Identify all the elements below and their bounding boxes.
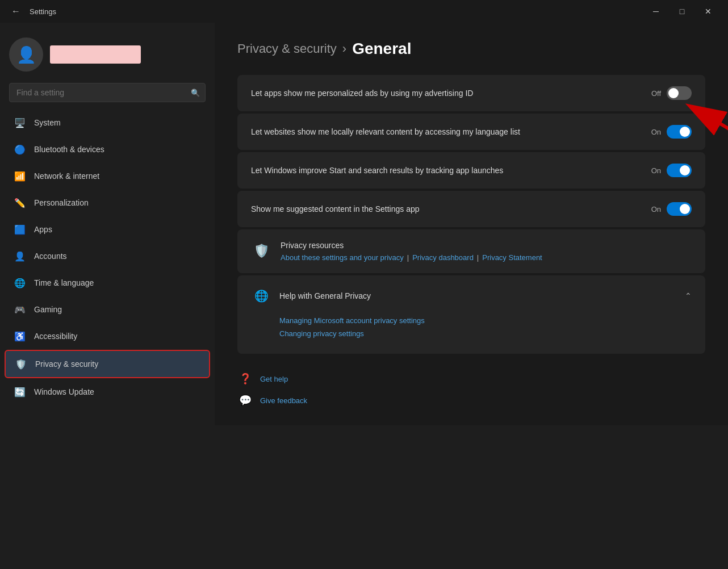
sidebar-item-gaming[interactable]: 🎮 Gaming (5, 296, 210, 323)
setting-label-language: Let websites show me locally relevant co… (251, 127, 592, 136)
toggle-label-suggested: On (651, 205, 661, 214)
network-icon: 📶 (14, 170, 26, 182)
sidebar-item-privacy[interactable]: 🛡️ Privacy & security (5, 350, 210, 378)
avatar: 👤 (9, 37, 43, 72)
close-button[interactable]: ✕ (695, 2, 721, 20)
privacy-link-dashboard[interactable]: Privacy dashboard (412, 253, 474, 262)
setting-label-suggested: Show me suggested content in the Setting… (251, 204, 592, 214)
toggle-suggested[interactable] (667, 202, 692, 216)
toggle-thumb-tracking (680, 165, 690, 175)
time-icon: 🌐 (14, 277, 26, 289)
privacy-link-statement[interactable]: Privacy Statement (482, 253, 542, 262)
apps-icon: 🟦 (14, 223, 26, 236)
titlebar: ← Settings ─ □ ✕ (0, 0, 728, 23)
privacy-resources-title: Privacy resources (281, 241, 542, 250)
sidebar-item-label-update: Windows Update (34, 387, 94, 396)
privacy-resources-section: 🛡️ Privacy resources About these setting… (237, 229, 705, 273)
sidebar-item-label-bluetooth: Bluetooth & devices (34, 145, 104, 154)
toggle-group-ads: Off (651, 86, 692, 100)
back-button[interactable]: ← (7, 2, 25, 20)
toggle-thumb-ads (668, 88, 679, 98)
sidebar-item-accessibility[interactable]: ♿ Accessibility (5, 323, 210, 349)
shield-icon: 🛡️ (251, 241, 271, 261)
sidebar-item-label-apps: Apps (34, 225, 52, 234)
personalization-icon: ✏️ (14, 196, 26, 209)
footer-links: ❓ Get help 💬 Give feedback (237, 371, 705, 408)
accounts-icon: 👤 (14, 250, 26, 262)
sidebar-item-label-privacy: Privacy & security (35, 359, 98, 369)
content-area: 👤 🔍 🖥️ System 🔵 Bluetooth & devices 📶 Ne… (0, 23, 728, 569)
toggle-group-tracking: On (651, 164, 692, 177)
user-section: 👤 (0, 28, 215, 83)
link-sep-2: | (477, 253, 479, 262)
toggle-label-ads: Off (651, 89, 661, 98)
get-help-icon: ❓ (237, 371, 253, 387)
setting-row-tracking: Let Windows improve Start and search res… (237, 152, 705, 189)
nav-list: 🖥️ System 🔵 Bluetooth & devices 📶 Networ… (0, 109, 215, 405)
sidebar-item-label-system: System (34, 118, 61, 127)
sidebar-item-personalization[interactable]: ✏️ Personalization (5, 190, 210, 216)
toggle-label-tracking: On (651, 166, 661, 175)
get-help-row: ❓ Get help (237, 371, 705, 387)
sidebar-item-label-accessibility: Accessibility (34, 332, 77, 341)
toggle-thumb-language (680, 127, 690, 137)
help-link-changing[interactable]: Changing privacy settings (279, 329, 692, 338)
setting-row-ads: Let apps show me personalized ads by usi… (237, 75, 705, 111)
sidebar-item-accounts[interactable]: 👤 Accounts (5, 243, 210, 269)
setting-row-language: Let websites show me locally relevant co… (237, 114, 705, 150)
toggle-group-suggested: On (651, 202, 692, 216)
settings-window: ← Settings ─ □ ✕ 👤 🔍 🖥️ System 🔵 Bluetoo… (0, 0, 728, 569)
sidebar: 👤 🔍 🖥️ System 🔵 Bluetooth & devices 📶 Ne… (0, 23, 215, 569)
sidebar-item-system[interactable]: 🖥️ System (5, 110, 210, 136)
update-icon: 🔄 (14, 386, 26, 398)
search-box: 🔍 (9, 83, 206, 102)
gaming-icon: 🎮 (14, 303, 26, 316)
help-content: Managing Microsoft account privacy setti… (237, 316, 705, 354)
main-wrapper: Privacy & security › General Let apps sh… (215, 23, 728, 569)
sidebar-item-label-accounts: Accounts (34, 252, 67, 261)
breadcrumb-current: General (352, 40, 411, 58)
sidebar-item-update[interactable]: 🔄 Windows Update (5, 379, 210, 405)
sidebar-item-label-network: Network & internet (34, 171, 99, 181)
sidebar-item-label-time: Time & language (34, 278, 94, 287)
search-icon: 🔍 (191, 89, 200, 97)
sidebar-item-time[interactable]: 🌐 Time & language (5, 270, 210, 296)
minimize-button[interactable]: ─ (643, 2, 669, 20)
window-controls: ─ □ ✕ (643, 2, 721, 20)
window-title: Settings (30, 7, 56, 16)
system-icon: 🖥️ (14, 116, 26, 129)
maximize-button[interactable]: □ (669, 2, 695, 20)
bluetooth-icon: 🔵 (14, 143, 26, 156)
settings-rows: Let apps show me personalized ads by usi… (237, 75, 705, 227)
give-feedback-link[interactable]: Give feedback (260, 396, 307, 405)
help-section: 🌐 Help with General Privacy ⌃ Managing M… (237, 275, 705, 354)
breadcrumb-parent: Privacy & security (237, 41, 337, 56)
toggle-label-language: On (651, 128, 661, 136)
sidebar-item-label-gaming: Gaming (34, 305, 62, 314)
give-feedback-row: 💬 Give feedback (237, 392, 705, 408)
toggle-thumb-suggested (680, 204, 690, 214)
toggle-tracking[interactable] (667, 164, 692, 177)
sidebar-item-network[interactable]: 📶 Network & internet (5, 163, 210, 189)
toggle-group-language: On (651, 125, 692, 139)
privacy-icon: 🛡️ (15, 358, 27, 370)
setting-label-ads: Let apps show me personalized ads by usi… (251, 89, 592, 98)
get-help-link[interactable]: Get help (260, 375, 288, 383)
help-globe-icon: 🌐 (251, 286, 271, 306)
privacy-link-about[interactable]: About these settings and your privacy (281, 253, 404, 262)
toggle-ads[interactable] (667, 86, 692, 100)
help-link-managing[interactable]: Managing Microsoft account privacy setti… (279, 316, 692, 325)
give-feedback-icon: 💬 (237, 392, 253, 408)
setting-row-suggested: Show me suggested content in the Setting… (237, 191, 705, 227)
username-box (50, 45, 141, 64)
toggle-language[interactable] (667, 125, 692, 139)
search-input[interactable] (9, 83, 206, 102)
sidebar-item-label-personalization: Personalization (34, 198, 89, 207)
link-sep-1: | (407, 253, 409, 262)
accessibility-icon: ♿ (14, 330, 26, 342)
sidebar-item-bluetooth[interactable]: 🔵 Bluetooth & devices (5, 136, 210, 162)
help-title: Help with General Privacy (279, 291, 685, 300)
sidebar-item-apps[interactable]: 🟦 Apps (5, 216, 210, 242)
breadcrumb-separator: › (342, 41, 346, 56)
help-header[interactable]: 🌐 Help with General Privacy ⌃ (237, 275, 705, 316)
